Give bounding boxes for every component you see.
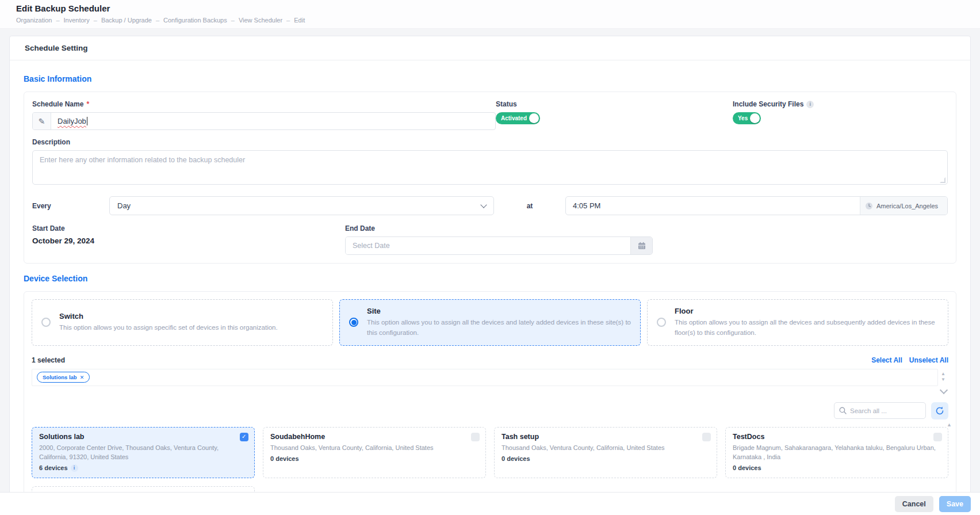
- mode-description: This option allows you to assign all the…: [675, 318, 939, 338]
- selected-count: 1 selected: [32, 356, 65, 364]
- radio-button[interactable]: [41, 318, 51, 327]
- time-value: 4:05 PM: [566, 197, 860, 215]
- panel-title: Schedule Setting: [10, 36, 970, 60]
- pencil-icon: ✎: [33, 113, 51, 129]
- every-select-value: Day: [117, 201, 131, 210]
- timezone-value: America/Los_Angeles: [876, 203, 938, 209]
- mode-description: This option allows you to assign all the…: [367, 318, 631, 338]
- page-header: Edit Backup Scheduler Organization – Inv…: [0, 0, 980, 29]
- chip-strip-scroller[interactable]: ▲ ▼: [938, 369, 948, 386]
- breadcrumb-separator: –: [231, 17, 235, 24]
- breadcrumb-item-inventory[interactable]: Inventory: [64, 17, 90, 24]
- time-input[interactable]: 4:05 PM America/Los_Angeles: [565, 196, 948, 215]
- checkbox-unchecked[interactable]: [702, 433, 711, 441]
- text-caret: [87, 117, 87, 125]
- every-label: Every: [32, 202, 109, 210]
- security-toggle-label: Yes: [738, 115, 748, 121]
- chip-solutions-lab[interactable]: Solutions lab ✕: [37, 372, 90, 383]
- required-asterisk: *: [86, 100, 89, 108]
- breadcrumb: Organization – Inventory – Backup / Upgr…: [16, 17, 980, 24]
- footer-action-bar: Cancel Save: [0, 492, 980, 515]
- start-date-label: Start Date: [32, 224, 345, 232]
- breadcrumb-separator: –: [56, 17, 59, 24]
- at-label: at: [494, 202, 565, 210]
- search-icon: [839, 407, 847, 414]
- site-card-soudabehhome[interactable]: SoudabehHome Thousand Oaks, Ventura Coun…: [263, 427, 486, 478]
- basic-information-heading: Basic Information: [24, 74, 956, 83]
- info-icon[interactable]: i: [806, 101, 814, 108]
- site-card-solutions-lab[interactable]: Solutions lab 2000, Corporate Center Dri…: [32, 427, 255, 478]
- site-name: TestDocs: [733, 433, 941, 441]
- include-security-files-label: Include Security Files i: [733, 100, 948, 108]
- mode-description: This option allows you to assign specifi…: [59, 323, 278, 333]
- breadcrumb-item-view-scheduler[interactable]: View Scheduler: [239, 17, 282, 24]
- description-textarea[interactable]: [32, 150, 948, 185]
- toggle-knob: [750, 113, 760, 123]
- device-selection-heading: Device Selection: [24, 274, 956, 283]
- expand-chevron-icon[interactable]: [940, 386, 948, 394]
- breadcrumb-item-configuration-backups[interactable]: Configuration Backups: [163, 17, 227, 24]
- checkbox-unchecked[interactable]: [471, 433, 480, 441]
- site-name: Tash setup: [502, 433, 710, 441]
- checkbox-unchecked[interactable]: [933, 433, 942, 441]
- site-card-tash-setup[interactable]: Tash setup Thousand Oaks, Ventura County…: [494, 427, 717, 478]
- site-name: SoudabehHome: [270, 433, 478, 441]
- assignment-mode-options: Switch This option allows you to assign …: [32, 299, 948, 346]
- unselect-all-link[interactable]: Unselect All: [909, 356, 948, 364]
- status-toggle[interactable]: Activated: [496, 112, 540, 124]
- breadcrumb-item-organization[interactable]: Organization: [16, 17, 52, 24]
- end-date-label: End Date: [345, 224, 653, 232]
- scroll-up-icon[interactable]: ▲: [947, 422, 952, 428]
- status-toggle-label: Activated: [501, 115, 527, 121]
- start-date-value: October 29, 2024: [32, 236, 345, 245]
- status-label: Status: [496, 100, 733, 108]
- device-selection-box: Switch This option allows you to assign …: [24, 291, 956, 515]
- site-address: Thousand Oaks, Ventura County, Californi…: [502, 444, 710, 453]
- radio-button[interactable]: [349, 318, 358, 327]
- mode-title: Switch: [59, 312, 278, 321]
- calendar-icon: [638, 242, 646, 250]
- checkbox-checked[interactable]: [240, 433, 248, 441]
- breadcrumb-separator: –: [156, 17, 159, 24]
- include-security-files-toggle[interactable]: Yes: [733, 112, 761, 124]
- site-device-count: 6 devices: [39, 464, 68, 471]
- site-device-count: 0 devices: [733, 464, 761, 471]
- schedule-name-label: Schedule Name *: [32, 100, 496, 108]
- mode-card-floor[interactable]: Floor This option allows you to assign a…: [647, 299, 948, 346]
- site-card-testdocs[interactable]: TestDocs Brigade Magnum, Sahakaranagara,…: [725, 427, 948, 478]
- mode-card-switch[interactable]: Switch This option allows you to assign …: [32, 299, 333, 346]
- schedule-name-value: DailyJob: [58, 117, 86, 125]
- scroll-down-icon[interactable]: ▼: [941, 377, 945, 383]
- clock-icon: [865, 202, 873, 210]
- chip-close-icon[interactable]: ✕: [80, 375, 85, 380]
- select-all-link[interactable]: Select All: [871, 356, 902, 364]
- timezone-chip[interactable]: America/Los_Angeles: [860, 197, 947, 215]
- schedule-name-input[interactable]: ✎ DailyJob: [32, 112, 496, 130]
- breadcrumb-item-backup-upgrade[interactable]: Backup / Upgrade: [101, 17, 152, 24]
- breadcrumb-separator: –: [286, 17, 290, 24]
- info-icon[interactable]: i: [71, 464, 78, 472]
- mode-card-site[interactable]: Site This option allows you to assign al…: [339, 299, 641, 346]
- site-address: 2000, Corporate Center Drive, Thousand O…: [39, 444, 247, 462]
- refresh-icon: [935, 406, 944, 415]
- toggle-knob: [529, 113, 539, 123]
- calendar-icon-button[interactable]: [630, 237, 652, 254]
- search-box[interactable]: [834, 402, 926, 419]
- mode-title: Site: [367, 307, 631, 315]
- radio-button[interactable]: [657, 318, 666, 327]
- selected-chips-strip: Solutions lab ✕: [32, 369, 938, 386]
- site-address: Brigade Magnum, Sahakaranagara, Yelahank…: [733, 444, 941, 462]
- refresh-button[interactable]: [931, 402, 948, 419]
- cancel-button[interactable]: Cancel: [895, 496, 933, 512]
- site-device-count: 0 devices: [270, 455, 299, 462]
- every-select[interactable]: Day: [109, 196, 494, 215]
- chevron-down-icon: [480, 201, 487, 208]
- scroll-up-icon[interactable]: ▲: [941, 372, 945, 377]
- basic-information-box: Schedule Name * ✎ DailyJob Status Act: [24, 91, 956, 264]
- chip-label: Solutions lab: [43, 374, 77, 380]
- search-input[interactable]: [850, 407, 913, 414]
- save-button[interactable]: Save: [939, 496, 971, 512]
- breadcrumb-separator: –: [94, 17, 97, 24]
- end-date-input[interactable]: [346, 237, 630, 254]
- breadcrumb-item-edit: Edit: [294, 17, 305, 24]
